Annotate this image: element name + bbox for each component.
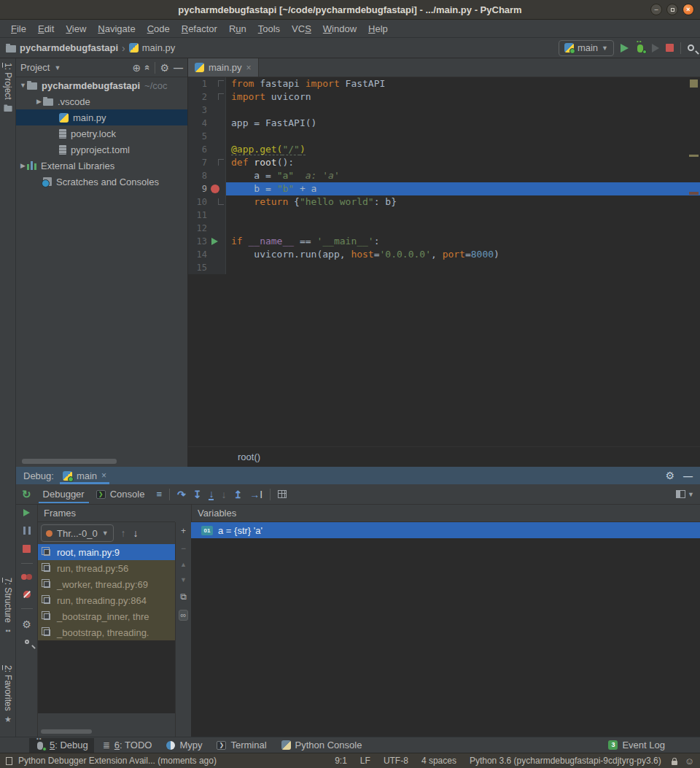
debug-button[interactable] xyxy=(635,43,645,53)
run-with-coverage-button[interactable] xyxy=(652,44,659,53)
tree-item-scratches-and-consoles[interactable]: Scratches and Consoles xyxy=(16,174,187,190)
run-button[interactable] xyxy=(621,44,629,53)
debugger-tab-console[interactable]: ❯Console xyxy=(92,486,149,503)
gutter-line-10[interactable]: 10 xyxy=(188,195,226,209)
tree-item-main-py[interactable]: main.py xyxy=(16,109,187,125)
close-tab-icon[interactable]: × xyxy=(246,63,252,73)
close-session-icon[interactable]: × xyxy=(101,470,106,481)
tree-open-arrow-icon[interactable]: ▼ xyxy=(19,82,27,89)
frame-row[interactable]: run, thread.py:56 xyxy=(38,560,175,576)
debug-settings-icon[interactable]: ⚙ xyxy=(22,619,31,629)
code-line-7[interactable]: 7def root(): xyxy=(188,156,700,169)
remove-watch-icon[interactable]: − xyxy=(181,544,186,553)
fold-marker-icon[interactable] xyxy=(218,198,224,205)
code-line-6[interactable]: 6@app.get("/") xyxy=(188,143,700,156)
menu-run[interactable]: Run xyxy=(224,22,252,36)
code-line-8[interactable]: 8 a = "a" a: 'a' xyxy=(188,169,700,182)
menu-code[interactable]: Code xyxy=(142,22,175,36)
force-step-into-icon[interactable]: ↓ xyxy=(221,489,226,500)
step-into-icon[interactable]: ↓ xyxy=(209,489,214,500)
gutter-line-13[interactable]: 13 xyxy=(188,235,226,248)
tree-item-pycharmdebugfastapi[interactable]: ▼pycharmdebugfastapi~/coc xyxy=(16,77,187,93)
code-line-14[interactable]: 14 uvicorn.run(app, host='0.0.0.0', port… xyxy=(188,248,700,261)
debugger-tab-debugger[interactable]: Debugger xyxy=(39,486,89,503)
stripe-button-favorites[interactable]: 2: Favorites ★ xyxy=(0,665,16,724)
breakpoint-icon[interactable] xyxy=(211,185,219,193)
inspection-marker[interactable] xyxy=(690,79,698,88)
minimize-button[interactable]: – xyxy=(650,4,662,15)
toggle-toolbars-icon[interactable] xyxy=(6,757,12,765)
stripe-button-structure[interactable]: 7: Structure ▪▪ xyxy=(0,578,16,635)
frames-scrollbar[interactable] xyxy=(41,729,92,734)
layout-settings-icon[interactable]: ≡ xyxy=(156,489,162,500)
code-line-3[interactable]: 3 xyxy=(188,104,700,117)
gutter-line-11[interactable]: 11 xyxy=(188,209,226,222)
code-line-4[interactable]: 4app = FastAPI() xyxy=(188,117,700,130)
code-line-5[interactable]: 5 xyxy=(188,130,700,143)
stop-button[interactable] xyxy=(666,44,674,52)
code-line-10[interactable]: 10 return {"hello world": b} xyxy=(188,195,700,209)
code-line-9[interactable]: 9 b = "b" + a xyxy=(188,182,700,195)
editor-tab-mainpy[interactable]: main.py × xyxy=(188,58,259,77)
frame-row[interactable]: _worker, thread.py:69 xyxy=(38,576,175,592)
status-item[interactable]: LF xyxy=(360,756,370,766)
gear-icon[interactable]: ⚙ xyxy=(160,63,169,73)
gutter-line-12[interactable]: 12 xyxy=(188,222,226,235)
code-line-13[interactable]: 13if __name__ == '__main__': xyxy=(188,235,700,248)
status-item[interactable]: Python 3.6 (pycharmdebugfastapi-9cdjtyrg… xyxy=(470,756,661,766)
fold-marker-icon[interactable] xyxy=(218,93,224,100)
run-configuration-select[interactable]: main ▼ xyxy=(559,40,614,56)
hide-panel-icon[interactable]: — xyxy=(174,62,183,73)
menu-vcs[interactable]: VCS xyxy=(287,22,316,36)
toolwindow-button-terminal[interactable]: ❯Terminal xyxy=(211,738,272,753)
tree-item-poetry-lock[interactable]: poetry.lock xyxy=(16,125,187,141)
fold-marker-icon[interactable] xyxy=(218,159,224,166)
tree-item-external-libraries[interactable]: ▶External Libraries xyxy=(16,158,187,174)
toolwindow-button-5-debug[interactable]: 5: Debug xyxy=(29,738,94,753)
move-down-icon[interactable]: ▼ xyxy=(180,577,187,583)
duplicate-watch-icon[interactable]: ⧉ xyxy=(180,592,187,601)
tree-item--vscode[interactable]: ▶.vscode xyxy=(16,93,187,109)
frame-row[interactable]: root, main.py:9 xyxy=(38,544,175,560)
status-item[interactable]: 9:1 xyxy=(335,756,347,766)
frame-row[interactable]: run, threading.py:864 xyxy=(38,592,175,608)
run-gutter-icon[interactable] xyxy=(211,238,218,245)
frame-row[interactable]: _bootstrap_inner, thre xyxy=(38,608,175,624)
move-up-icon[interactable]: ▲ xyxy=(180,562,187,568)
gutter-line-15[interactable]: 15 xyxy=(188,261,226,274)
menu-view[interactable]: View xyxy=(61,22,91,36)
menu-navigate[interactable]: Navigate xyxy=(93,22,140,36)
stripe-button-project[interactable]: 1: Project xyxy=(0,63,16,112)
status-message[interactable]: Python Debugger Extension Avail... (mome… xyxy=(18,756,217,766)
event-log-button[interactable]: Event Log xyxy=(622,740,665,750)
gutter-line-3[interactable]: 3 xyxy=(188,104,226,117)
next-frame-icon[interactable]: ↓ xyxy=(133,527,139,539)
rerun-icon[interactable]: ↻ xyxy=(22,489,31,500)
toolwindow-button-6-todo[interactable]: ≣6: TODO xyxy=(97,738,158,753)
tree-item-pyproject-toml[interactable]: pyproject.toml xyxy=(16,141,187,158)
frame-row[interactable]: _bootstrap, threading. xyxy=(38,624,175,640)
mute-breakpoints-icon[interactable] xyxy=(23,591,31,598)
gutter-line-6[interactable]: 6 xyxy=(188,143,226,156)
tree-closed-arrow-icon[interactable]: ▶ xyxy=(19,162,27,169)
restore-layout-icon[interactable] xyxy=(676,490,685,498)
breadcrumb-file[interactable]: main.py xyxy=(142,42,176,53)
project-horizontal-scrollbar[interactable] xyxy=(22,459,117,464)
gutter-line-2[interactable]: 2 xyxy=(188,90,226,104)
pin-tab-icon[interactable] xyxy=(25,640,29,644)
warning-stripe-mark[interactable] xyxy=(689,155,699,157)
previous-frame-icon[interactable]: ↑ xyxy=(121,527,126,539)
status-item[interactable]: 4 spaces xyxy=(421,756,456,766)
menu-window[interactable]: Window xyxy=(318,22,362,36)
add-watch-icon[interactable]: + xyxy=(181,527,186,535)
status-item[interactable]: UTF-8 xyxy=(384,756,408,766)
locate-file-icon[interactable]: ⊕ xyxy=(132,63,141,73)
lock-icon[interactable] xyxy=(672,761,677,765)
resume-program-icon[interactable] xyxy=(23,509,30,516)
show-watches-icon[interactable]: ∞ xyxy=(179,610,189,621)
code-line-15[interactable]: 15 xyxy=(188,261,700,274)
menu-edit[interactable]: Edit xyxy=(33,22,59,36)
menu-refactor[interactable]: Refactor xyxy=(176,22,222,36)
gutter-line-9[interactable]: 9 xyxy=(188,182,226,195)
code-area[interactable]: 1from fastapi import FastAPI2import uvic… xyxy=(188,77,700,446)
